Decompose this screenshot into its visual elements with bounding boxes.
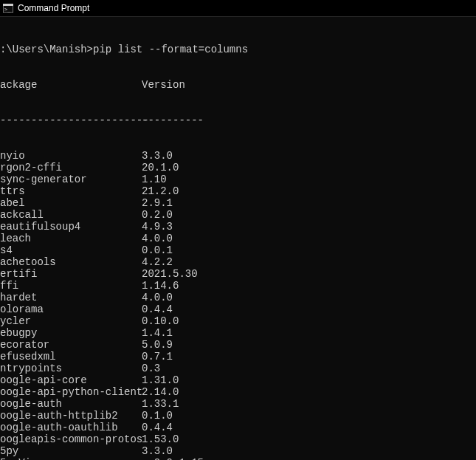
package-version: 2.14.0 (142, 386, 179, 398)
package-name: sync-generator (0, 174, 142, 185)
package-row: ttrs21.2.0 (0, 185, 476, 197)
window-title: Command Prompt (18, 3, 89, 13)
package-name: oogle-api-core (0, 374, 142, 386)
package-version: 0.4.4 (142, 422, 173, 433)
package-version: 4.9.3 (142, 221, 173, 233)
divider-package: ------------------------ (0, 114, 142, 126)
package-name: ntrypoints (0, 363, 142, 374)
package-version: 0.3 (142, 363, 160, 374)
package-row: ffi1.14.6 (0, 280, 476, 292)
header-row: ackageVersion (0, 79, 476, 91)
package-version: 20.1.0 (142, 162, 179, 174)
package-row: oogle-auth1.33.1 (0, 398, 476, 410)
package-name: eautifulsoup4 (0, 221, 142, 233)
package-name: 5py (0, 445, 142, 457)
package-version: 0.1.0 (142, 410, 173, 422)
package-name: ackcall (0, 209, 142, 221)
package-name: oogle-api-python-client (0, 386, 142, 398)
package-row: ntrypoints0.3 (0, 363, 476, 374)
package-name: ycler (0, 315, 142, 327)
terminal-output[interactable]: :\Users\Manish>pip list --format=columns… (0, 17, 476, 460)
package-name: oogle-auth (0, 398, 142, 410)
package-version: 1.14.6 (142, 280, 179, 292)
package-row: leach4.0.0 (0, 233, 476, 244)
package-row: olorama0.4.4 (0, 303, 476, 315)
package-version: 2021.5.30 (142, 268, 198, 280)
package-row: ecorator5.0.9 (0, 339, 476, 351)
package-name: ffi (0, 280, 142, 292)
package-row: oogle-auth-httplib20.1.0 (0, 410, 476, 422)
package-row: oogle-api-python-client2.14.0 (0, 386, 476, 398)
package-row: rgon2-cffi20.1.0 (0, 162, 476, 174)
header-package: ackage (0, 79, 142, 91)
package-name: leach (0, 233, 142, 244)
package-version: 3.3.0 (142, 150, 173, 162)
package-name: nyio (0, 150, 142, 162)
package-row: hardet4.0.0 (0, 292, 476, 303)
package-row: abel2.9.1 (0, 197, 476, 209)
svg-text:>_: >_ (4, 7, 11, 13)
package-version: 5.0.9 (142, 339, 173, 351)
package-version: 0.7.1 (142, 351, 173, 363)
command-text: :\Users\Manish>pip list --format=columns (0, 44, 248, 55)
package-version: 1.53.0 (142, 433, 179, 445)
package-version: 4.0.0 (142, 233, 173, 244)
package-version: 21.2.0 (142, 185, 179, 197)
package-name: 5pyViewer (0, 457, 142, 460)
package-row: oogle-api-core1.31.0 (0, 374, 476, 386)
package-name: ertifi (0, 268, 142, 280)
package-row: 5py3.3.0 (0, 445, 476, 457)
package-name: ttrs (0, 185, 142, 197)
package-version: 1.4.1 (142, 327, 173, 339)
package-name: s4 (0, 244, 142, 256)
header-version: Version (142, 79, 185, 91)
package-row: oogleapis-common-protos1.53.0 (0, 433, 476, 445)
package-row: oogle-auth-oauthlib0.4.4 (0, 422, 476, 433)
package-version: 4.0.0 (142, 292, 173, 303)
package-version: 4.2.2 (142, 256, 173, 268)
package-name: ecorator (0, 339, 142, 351)
package-version: -v0.0.1.15 (142, 457, 204, 460)
package-name: ebugpy (0, 327, 142, 339)
divider-version: ---------- (142, 114, 204, 126)
package-name: rgon2-cffi (0, 162, 142, 174)
svg-rect-1 (3, 4, 13, 6)
package-name: abel (0, 197, 142, 209)
package-version: 0.2.0 (142, 209, 173, 221)
cmd-icon: >_ (3, 3, 13, 13)
package-name: oogle-auth-oauthlib (0, 422, 142, 433)
package-row: achetools4.2.2 (0, 256, 476, 268)
package-row: efusedxml0.7.1 (0, 351, 476, 363)
package-row: sync-generator1.10 (0, 174, 476, 185)
prompt-line: :\Users\Manish>pip list --format=columns (0, 44, 476, 55)
package-name: efusedxml (0, 351, 142, 363)
package-version: 1.33.1 (142, 398, 179, 410)
window-titlebar[interactable]: >_ Command Prompt (0, 0, 476, 17)
package-version: 0.4.4 (142, 303, 173, 315)
package-row: ackcall0.2.0 (0, 209, 476, 221)
package-version: 2.9.1 (142, 197, 173, 209)
package-row: ertifi2021.5.30 (0, 268, 476, 280)
package-version: 1.10 (142, 174, 167, 185)
package-row: s40.0.1 (0, 244, 476, 256)
package-version: 1.31.0 (142, 374, 179, 386)
package-row: 5pyViewer-v0.0.1.15 (0, 457, 476, 460)
package-version: 0.10.0 (142, 315, 179, 327)
package-row: eautifulsoup44.9.3 (0, 221, 476, 233)
package-row: ebugpy1.4.1 (0, 327, 476, 339)
package-version: 0.0.1 (142, 244, 173, 256)
package-version: 3.3.0 (142, 445, 173, 457)
package-row: nyio3.3.0 (0, 150, 476, 162)
package-name: hardet (0, 292, 142, 303)
package-name: oogleapis-common-protos (0, 433, 142, 445)
divider-row: ---------------------------------- (0, 114, 476, 126)
package-row: ycler0.10.0 (0, 315, 476, 327)
package-name: achetools (0, 256, 142, 268)
package-name: olorama (0, 303, 142, 315)
package-name: oogle-auth-httplib2 (0, 410, 142, 422)
